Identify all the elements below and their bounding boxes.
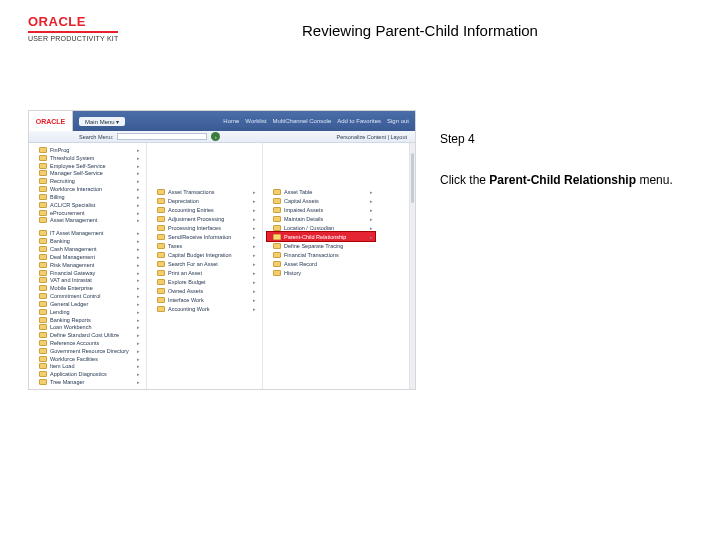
menu-item-label: Lending — [50, 309, 70, 315]
menu-item-label: VAT and Intrastat — [50, 277, 92, 283]
menu-item[interactable]: Recruiting▸ — [33, 177, 142, 185]
caret-right-icon: ▸ — [253, 252, 258, 258]
menu-item[interactable]: Loan Workbench▸ — [33, 323, 142, 331]
caret-right-icon: ▸ — [137, 217, 142, 223]
menu-item[interactable]: Government Resource Directory▸ — [33, 347, 142, 355]
menu-item[interactable]: Threshold System▸ — [33, 154, 142, 162]
personalize-link[interactable]: Personalize Content | Layout — [336, 134, 415, 140]
scrollbar-vertical[interactable] — [409, 143, 415, 389]
menu-item[interactable]: Workforce Interaction▸ — [33, 185, 142, 193]
menu-item[interactable]: Billing▸ — [33, 193, 142, 201]
caret-right-icon: ▸ — [253, 279, 258, 285]
menu-item[interactable]: Interface Work▸ — [151, 295, 258, 304]
caret-right-icon: ▸ — [137, 147, 142, 153]
top-nav-link[interactable]: Sign out — [387, 118, 409, 124]
top-nav-link[interactable]: MultiChannel Console — [273, 118, 332, 124]
menu-item[interactable]: VAT and Intrastat▸ — [33, 276, 142, 284]
menu-item[interactable]: Impaired Assets▸ — [267, 205, 375, 214]
menu-item[interactable]: Employee Self-Service▸ — [33, 162, 142, 170]
menu-item[interactable]: Taxes▸ — [151, 241, 258, 250]
menu-col-3: Asset Table▸Capital Assets▸Impaired Asse… — [263, 143, 379, 389]
menu-item[interactable]: Financial Gateway▸ — [33, 269, 142, 277]
menu-item[interactable]: General Ledger▸ — [33, 300, 142, 308]
menu-item-label: Threshold System — [50, 155, 94, 161]
menu-item[interactable]: ACL/CR Specialist▸ — [33, 201, 142, 209]
caret-right-icon: ▸ — [137, 155, 142, 161]
menu-item[interactable]: Search For an Asset▸ — [151, 259, 258, 268]
menu-item[interactable]: eProcurement▸ — [33, 209, 142, 217]
app-header: ORACLE Main Menu ▾ HomeWorklistMultiChan… — [29, 111, 415, 131]
menu-item[interactable]: Processing Interfaces▸ — [151, 223, 258, 232]
menu-item[interactable]: IT Asset Management▸ — [33, 230, 142, 238]
scrollbar-thumb[interactable] — [411, 153, 414, 203]
menu-item[interactable]: Application Diagnostics▸ — [33, 370, 142, 378]
menu-body: FinProg▸Threshold System▸Employee Self-S… — [29, 143, 415, 389]
menu-item[interactable]: History — [267, 268, 375, 277]
menu-item-label: Search For an Asset — [168, 261, 218, 267]
menu-item[interactable]: FinProg▸ — [33, 146, 142, 154]
caret-right-icon: ▸ — [370, 216, 375, 222]
menu-item-label: Recruiting — [50, 178, 75, 184]
caret-right-icon: ▸ — [137, 293, 142, 299]
menu-item[interactable]: Define Standard Cost Utilize▸ — [33, 331, 142, 339]
search-go-icon[interactable]: › — [211, 132, 220, 141]
menu-item[interactable]: Print an Asset▸ — [151, 268, 258, 277]
menu-item[interactable]: Asset Management▸ — [33, 216, 142, 224]
menu-item[interactable]: Cash Management▸ — [33, 245, 142, 253]
menu-item[interactable]: Asset Record — [267, 259, 375, 268]
menu-item[interactable]: Banking Reports▸ — [33, 316, 142, 324]
menu-item[interactable]: Explore Budget▸ — [151, 277, 258, 286]
menu-item[interactable]: Mobile Enterprise▸ — [33, 284, 142, 292]
menu-item[interactable]: Risk Management▸ — [33, 261, 142, 269]
menu-col-2: Asset Transactions▸Depreciation▸Accounti… — [147, 143, 263, 389]
menu-item[interactable]: Commitment Control▸ — [33, 292, 142, 300]
folder-icon — [157, 243, 165, 249]
menu-item[interactable]: Item Load▸ — [33, 363, 142, 371]
menu-item[interactable]: Parent-Child Relationship▸ — [267, 232, 375, 241]
menu-item[interactable]: Asset Table▸ — [267, 187, 375, 196]
menu-item-label: Commitment Control — [50, 293, 100, 299]
menu-item[interactable]: Financial Transactions — [267, 250, 375, 259]
menu-item[interactable]: Accounting Work▸ — [151, 304, 258, 313]
menu-item[interactable]: Reference Accounts▸ — [33, 339, 142, 347]
top-nav-link[interactable]: Home — [223, 118, 239, 124]
folder-icon — [273, 207, 281, 213]
menu-item[interactable]: Accounting Entries▸ — [151, 205, 258, 214]
menu-item[interactable]: Asset Transactions▸ — [151, 187, 258, 196]
menu-item[interactable]: Location / Custodian▸ — [267, 223, 375, 232]
menu-item[interactable]: Manager Self-Service▸ — [33, 169, 142, 177]
menu-item[interactable]: Depreciation▸ — [151, 196, 258, 205]
caret-right-icon: ▸ — [137, 285, 142, 291]
folder-icon — [157, 234, 165, 240]
brand-divider — [28, 31, 118, 33]
caret-right-icon: ▸ — [137, 194, 142, 200]
search-input[interactable] — [117, 133, 207, 140]
menu-item-label: Item Load — [50, 363, 74, 369]
caret-right-icon: ▸ — [137, 348, 142, 354]
menu-item-label: Billing — [50, 194, 65, 200]
menu-item[interactable]: Owned Assets▸ — [151, 286, 258, 295]
menu-item[interactable]: Capital Budget Integration▸ — [151, 250, 258, 259]
caret-right-icon: ▸ — [137, 309, 142, 315]
menu-item[interactable]: Capital Assets▸ — [267, 196, 375, 205]
menu-item[interactable]: Lending▸ — [33, 308, 142, 316]
folder-icon — [273, 261, 281, 267]
menu-item[interactable]: Deal Management▸ — [33, 253, 142, 261]
menu-item[interactable]: Banking▸ — [33, 237, 142, 245]
brand-sub: USER PRODUCTIVITY KIT — [28, 35, 118, 42]
menu-item[interactable]: Workforce Facilities▸ — [33, 355, 142, 363]
menu-item[interactable]: Maintain Details▸ — [267, 214, 375, 223]
breadcrumb[interactable]: Main Menu ▾ — [79, 117, 125, 126]
top-nav-link[interactable]: Add to Favorites — [337, 118, 381, 124]
menu-item-label: Deal Management — [50, 254, 95, 260]
menu-item[interactable]: Adjustment Processing▸ — [151, 214, 258, 223]
menu-item[interactable]: Tree Manager▸ — [33, 378, 142, 386]
top-nav-link[interactable]: Worklist — [245, 118, 266, 124]
folder-icon — [39, 309, 47, 315]
menu-item-label: Send/Receive Information — [168, 234, 231, 240]
folder-icon — [39, 147, 47, 153]
caret-right-icon: ▸ — [137, 270, 142, 276]
menu-item-label: Application Diagnostics — [50, 371, 107, 377]
menu-item[interactable]: Define Separate Tracing — [267, 241, 375, 250]
menu-item[interactable]: Send/Receive Information▸ — [151, 232, 258, 241]
